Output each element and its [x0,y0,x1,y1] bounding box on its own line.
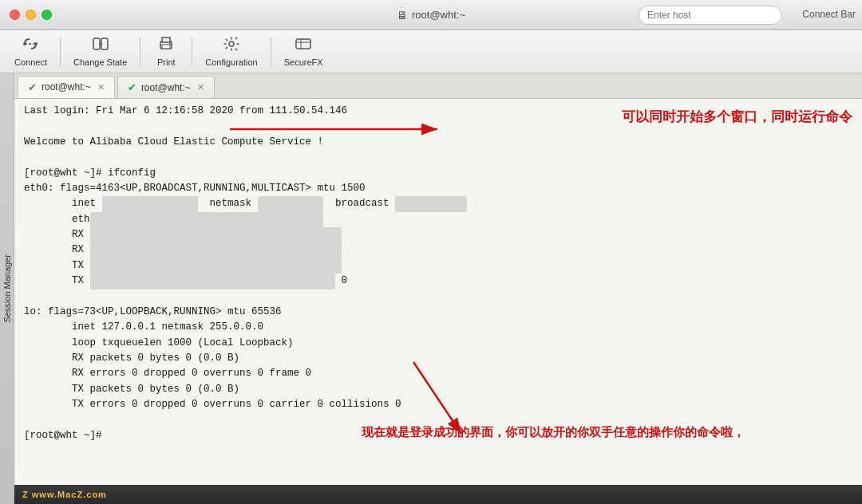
terminal-line-9: RX [24,227,852,242]
terminal-line-13 [24,289,852,305]
terminal-line-6: eth0: flags=4163<UP,BROADCAST,RUNNING,MU… [24,181,852,196]
terminal-area: ✔ root@wht:~ ✕ ✔ root@wht:~ ✕ Last login… [14,73,862,504]
terminal-line-5: [root@wht ~]# ifconfig [24,166,852,181]
tab-2-label: root@wht:~ [141,82,191,93]
change-state-label: Change State [73,57,127,67]
tab-1-label: root@wht:~ [42,81,91,93]
terminal-content[interactable]: Last login: Fri Mar 6 12:16:58 2020 from… [14,99,862,485]
terminal-line-8: eth [24,212,852,227]
connect-icon [22,36,39,56]
annotation-text-2: 现在就是登录成功的界面，你可以放开的你双手任意的操作你的命令啦， [362,423,745,441]
close-button[interactable] [10,10,20,20]
securefx-icon [295,36,312,56]
tab-1[interactable]: ✔ root@wht:~ ✕ [18,76,115,98]
change-state-icon [92,36,109,56]
configuration-button[interactable]: Configuration [197,33,265,70]
bottom-bar: Z www.MacZ.com [14,485,862,504]
toolbar: Connect Change State Print [0,30,862,73]
print-icon [157,36,175,56]
blurred-tx2 [90,274,336,289]
change-state-button[interactable]: Change State [65,33,135,70]
title-icon: 🖥 [397,9,408,22]
svg-rect-7 [162,45,170,49]
terminal-line-7: inet netmask broadcast [24,196,852,211]
terminal-line-14: lo: flags=73<UP,LOOPBACK,RUNNING> mtu 65… [24,305,852,320]
tab-2[interactable]: ✔ root@wht:~ ✕ [117,76,215,98]
terminal-line-15: inet 127.0.0.1 netmask 255.0.0.0 [24,320,852,335]
terminal-line-4 [24,150,852,165]
svg-rect-3 [93,38,100,49]
configuration-icon [223,36,240,56]
blurred-rx2 [90,242,342,258]
toolbar-separator-4 [271,37,271,66]
tab-1-close-icon[interactable]: ✕ [97,82,105,93]
main-area: Session Manager ✔ root@wht:~ ✕ ✔ root@wh… [0,73,862,504]
configuration-label: Configuration [205,57,257,67]
session-manager-label: Session Manager [2,254,12,323]
terminal-line-11: TX [24,258,852,274]
bottom-logo: Z www.MacZ.com [22,490,107,499]
connect-label: Connect [14,57,47,67]
print-label: Print [157,57,176,67]
blurred-netmask [258,196,324,211]
terminal-line-19: TX packets 0 bytes 0 (0.0 B) [24,382,852,397]
maximize-button[interactable] [42,10,52,20]
toolbar-separator-1 [60,37,61,66]
svg-point-9 [229,41,234,46]
svg-rect-6 [162,37,170,42]
tab-bar: ✔ root@wht:~ ✕ ✔ root@wht:~ ✕ [14,73,862,99]
blurred-tx1 [90,258,342,274]
blurred-eth [90,212,324,227]
annotation-text-1: 可以同时开始多个窗口，同时运行命令 [622,107,852,128]
terminal-line-18: RX errors 0 dropped 0 overruns 0 frame 0 [24,366,852,381]
minimize-button[interactable] [26,10,36,20]
terminal-line-10: RX [24,242,852,258]
terminal-line-3: Welcome to Alibaba Cloud Elastic Compute… [24,135,852,150]
window-title: 🖥 root@wht:~ [397,9,465,22]
connect-bar-label: Connect Bar [802,9,856,20]
terminal-line-17: RX packets 0 bytes 0 (0.0 B) [24,351,852,366]
print-button[interactable]: Print [145,33,187,70]
blurred-broadcast [395,196,467,211]
tab-2-check-icon: ✔ [128,81,136,93]
terminal-line-16: loop txqueuelen 1000 (Local Loopback) [24,336,852,351]
terminal-line-20: TX errors 0 dropped 0 overruns 0 carrier… [24,397,852,412]
svg-rect-4 [101,38,108,49]
blurred-rx1 [90,227,342,242]
terminal-line-12: TX 0 [24,274,852,289]
connect-button[interactable]: Connect [6,33,55,70]
toolbar-separator-2 [140,37,140,66]
toolbar-separator-3 [192,37,192,66]
title-bar: 🖥 root@wht:~ Connect Bar [0,0,862,30]
tab-2-close-icon[interactable]: ✕ [197,82,204,93]
window-controls [10,10,52,20]
securefx-label: SecureFX [284,57,323,67]
svg-point-8 [169,43,171,45]
host-input[interactable] [639,6,782,25]
svg-rect-10 [296,39,310,49]
blurred-ip-1 [102,196,198,211]
securefx-button[interactable]: SecureFX [276,33,331,70]
tab-1-check-icon: ✔ [28,81,37,93]
session-manager-sidebar[interactable]: Session Manager [0,73,14,504]
